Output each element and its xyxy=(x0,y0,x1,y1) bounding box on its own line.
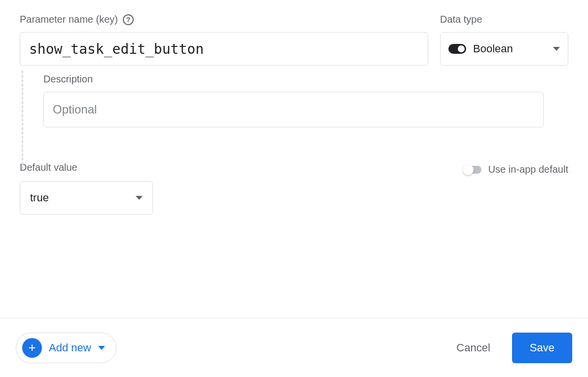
default-value-label: Default value xyxy=(20,162,153,173)
data-type-field: Data type Boolean xyxy=(440,14,568,66)
parameter-name-input[interactable] xyxy=(20,32,428,66)
in-app-default-toggle[interactable]: Use in-app default xyxy=(464,164,568,175)
toggle-thumb xyxy=(463,164,474,175)
description-label: Description xyxy=(43,74,568,85)
add-new-label: Add new xyxy=(49,341,91,354)
parameter-name-field: Parameter name (key) ? xyxy=(20,14,428,66)
boolean-icon xyxy=(448,44,466,54)
plus-icon: + xyxy=(22,338,42,358)
default-value-field: Default value true xyxy=(20,162,153,215)
default-value-select[interactable]: true xyxy=(20,181,153,215)
save-button[interactable]: Save xyxy=(512,333,572,363)
description-block: Description xyxy=(43,74,568,127)
chevron-down-icon xyxy=(136,196,143,200)
parameter-name-label: Parameter name (key) ? xyxy=(20,14,428,25)
chevron-down-icon xyxy=(553,47,560,51)
toggle-switch[interactable] xyxy=(464,166,481,174)
parameter-name-label-text: Parameter name (key) xyxy=(20,14,118,25)
cancel-button[interactable]: Cancel xyxy=(448,336,498,360)
chevron-down-icon xyxy=(98,346,105,350)
footer: + Add new Cancel Save xyxy=(0,318,588,377)
default-value-selected: true xyxy=(30,191,49,204)
help-icon[interactable]: ? xyxy=(123,14,134,25)
description-input[interactable] xyxy=(43,92,544,127)
in-app-default-label: Use in-app default xyxy=(488,164,568,175)
add-new-button[interactable]: + Add new xyxy=(16,333,116,363)
footer-actions: Cancel Save xyxy=(448,333,572,363)
data-type-label: Data type xyxy=(440,14,568,25)
tree-connector xyxy=(22,71,23,169)
data-type-label-text: Data type xyxy=(440,14,482,25)
data-type-selected: Boolean xyxy=(473,42,546,55)
data-type-select[interactable]: Boolean xyxy=(440,32,568,66)
